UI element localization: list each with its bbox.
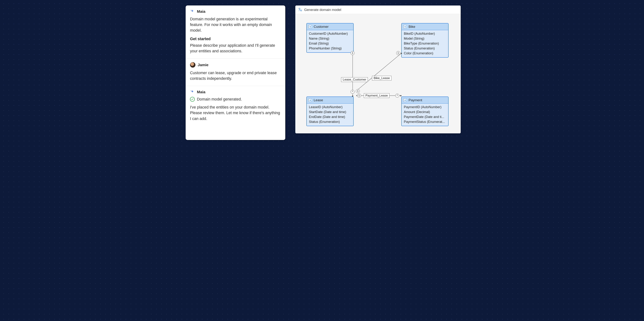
diagram-panel: Generate domain model e (295, 6, 461, 134)
diagram-title: Generate domain model (304, 8, 341, 12)
entity-icon: e (404, 98, 407, 102)
assoc-label-lease-customer[interactable]: Lease_Customer (341, 77, 368, 82)
entity-icon: e (308, 25, 312, 28)
entity-attr: Email (String) (309, 41, 351, 46)
domain-model-icon (298, 8, 302, 12)
chat-message-maia-2: Maia Domain model generated. I've placed… (186, 86, 285, 126)
entity-icon: e (404, 25, 407, 28)
connector-dot-icon (400, 95, 402, 96)
entity-attr: Status (Enumeration) (309, 120, 351, 124)
entity-payment[interactable]: e Payment PaymentID (AutoNumber) Amount … (401, 96, 448, 126)
chat-text: Please describe your application and I'l… (190, 43, 281, 54)
entity-attr: CustomerID (AutoNumber) (309, 31, 351, 36)
entity-attr: Amount (Decimal) (404, 110, 446, 114)
sparkle-icon (190, 90, 195, 94)
entity-attr: Status (Enumeration) (404, 46, 446, 51)
connector-dot-icon (401, 53, 402, 54)
chat-panel: Maia Domain model generation is an exper… (186, 6, 285, 140)
speaker-name: Maia (197, 9, 206, 14)
entity-title: Customer (314, 25, 328, 29)
svg-rect-0 (299, 8, 300, 9)
check-circle-icon (190, 97, 195, 102)
chat-text: Customer can lease, upgrade or end priva… (190, 70, 281, 82)
diagram-canvas[interactable]: e Customer CustomerID (AutoNumber) Name … (296, 14, 460, 133)
entity-customer[interactable]: e Customer CustomerID (AutoNumber) Name … (306, 23, 354, 53)
entity-title: Payment (408, 98, 422, 102)
entity-attributes: PaymentID (AutoNumber) Amount (Decimal) … (402, 104, 448, 126)
entity-bike[interactable]: e Bike BikeID (AutoNumber) Model (String… (401, 23, 448, 58)
speaker-name: Maia (197, 90, 206, 94)
entity-attr: EndDate (Date and time) (309, 114, 351, 120)
chat-subhead: Get started (190, 37, 281, 41)
entity-attr: PaymentDate (Date and ti... (404, 114, 446, 120)
cardinality-bubble: 1 (350, 51, 354, 55)
sparkle-icon (190, 9, 195, 14)
entity-attr: Name (String) (309, 36, 351, 41)
entity-title: Lease (314, 98, 323, 102)
chat-text: Domain model generation is an experiment… (190, 16, 281, 34)
assoc-label-bike-lease[interactable]: Bike_Lease (372, 76, 392, 80)
entity-attr: StartDate (Date and time) (309, 110, 351, 114)
entity-attr: PhoneNumber (String) (309, 46, 351, 51)
chat-text: I've placed the entities on your domain … (190, 104, 281, 122)
connector-dot-icon (352, 96, 353, 97)
entity-lease[interactable]: e Lease LeaseID (AutoNumber) StartDate (… (306, 96, 354, 126)
entity-attr: Model (String) (404, 36, 446, 41)
status-text: Domain model generated. (197, 97, 242, 102)
cardinality-bubble: 1 (357, 94, 361, 98)
diagram-header: Generate domain model (296, 6, 460, 14)
entity-attributes: CustomerID (AutoNumber) Name (String) Em… (307, 30, 353, 52)
cardinality-bubble: 1 (356, 89, 360, 93)
entity-icon: e (308, 98, 312, 102)
entity-attributes: LeaseID (AutoNumber) StartDate (Date and… (307, 104, 353, 126)
chat-message-jamie: Jamie Customer can lease, upgrade or end… (186, 58, 285, 86)
svg-rect-1 (300, 10, 302, 11)
entity-attr: PaymentID (AutoNumber) (404, 105, 446, 110)
entity-attributes: BikeID (AutoNumber) Model (String) BikeT… (402, 30, 448, 57)
entity-attr: PaymentStatus (Enumerat... (404, 120, 446, 124)
entity-title: Bike (408, 25, 415, 29)
chat-message-maia-1: Maia Domain model generation is an exper… (186, 6, 285, 58)
speaker-name: Jamie (198, 63, 208, 67)
entity-attr: Color (Enumeration) (404, 51, 446, 56)
entity-attr: BikeID (AutoNumber) (404, 31, 446, 36)
cardinality-bubble: 1 (396, 51, 400, 55)
entity-attr: LeaseID (AutoNumber) (309, 105, 351, 110)
cardinality-bubble: * (395, 94, 399, 98)
assoc-label-payment-lease[interactable]: Payment_Lease (364, 93, 390, 98)
avatar (190, 62, 196, 68)
entity-attr: BikeType (Enumeration) (404, 41, 446, 46)
svg-line-3 (356, 53, 402, 91)
cardinality-bubble: * (350, 90, 354, 94)
